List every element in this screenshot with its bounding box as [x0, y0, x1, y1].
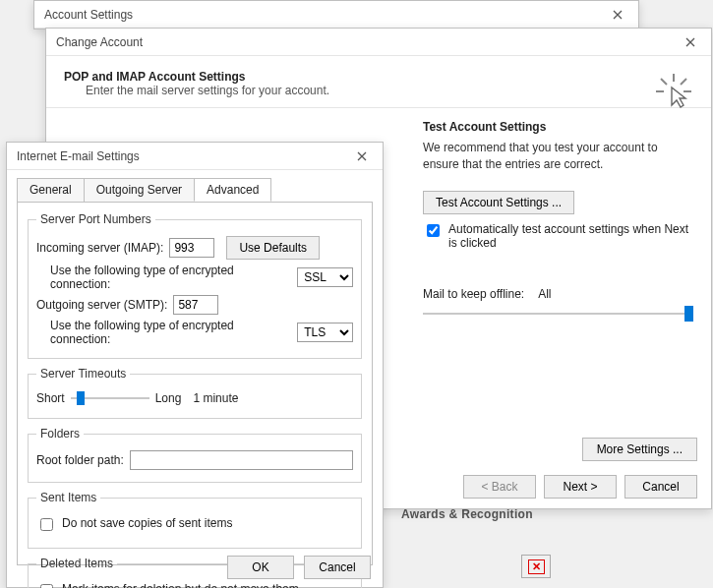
tabs: General Outgoing Server Advanced: [17, 178, 373, 202]
account-settings-dialog: Account Settings: [33, 0, 639, 29]
back-button[interactable]: < Back: [463, 475, 536, 499]
close-icon[interactable]: [676, 32, 705, 52]
incoming-enc-label: Use the following type of encrypted conn…: [50, 264, 291, 291]
test-account-button[interactable]: Test Account Settings ...: [423, 191, 574, 214]
close-icon[interactable]: [347, 147, 377, 166]
next-button[interactable]: Next >: [544, 475, 617, 499]
cursor-graphic-icon: [654, 72, 693, 111]
change-account-title: Change Account: [56, 35, 143, 49]
mark-delete-row[interactable]: Mark items for deletion but do not move …: [36, 582, 353, 588]
cancel-button[interactable]: Cancel: [624, 475, 697, 499]
test-settings-heading: Test Account Settings: [423, 120, 693, 134]
outgoing-enc-select[interactable]: TLS: [297, 323, 353, 342]
root-folder-input[interactable]: [130, 450, 353, 470]
pop-imap-subtext: Enter the mail server settings for your …: [86, 84, 693, 97]
sent-nosave-label: Do not save copies of sent items: [62, 516, 232, 530]
timeout-slider[interactable]: [71, 390, 149, 406]
outgoing-label: Outgoing server (SMTP):: [36, 298, 167, 312]
mail-keep-label: Mail to keep offline:: [423, 287, 524, 301]
incoming-port-input[interactable]: [169, 238, 214, 258]
mail-keep-value: All: [538, 287, 551, 301]
mark-delete-checkbox[interactable]: [40, 584, 53, 588]
broken-image-icon: ✕: [521, 555, 551, 578]
svg-line-3: [661, 79, 667, 85]
tab-general[interactable]: General: [17, 178, 85, 202]
auto-test-checkbox-row[interactable]: Automatically test account settings when…: [423, 222, 693, 250]
use-defaults-button[interactable]: Use Defaults: [226, 236, 320, 260]
pop-imap-heading: POP and IMAP Account Settings: [64, 70, 693, 84]
outgoing-port-input[interactable]: [173, 295, 218, 315]
outgoing-enc-label: Use the following type of encrypted conn…: [50, 319, 291, 346]
group-sent-items: Sent Items Do not save copies of sent it…: [28, 491, 362, 549]
group-timeouts-legend: Server Timeouts: [36, 367, 130, 381]
test-settings-text: We recommend that you test your account …: [423, 140, 693, 173]
timeout-short-label: Short: [36, 391, 65, 405]
ok-button[interactable]: OK: [227, 556, 294, 579]
group-server-timeouts: Server Timeouts Short Long 1 minute: [28, 367, 362, 419]
close-icon[interactable]: [603, 5, 632, 25]
group-server-port-numbers: Server Port Numbers Incoming server (IMA…: [28, 212, 362, 359]
mark-delete-label: Mark items for deletion but do not move …: [62, 582, 353, 588]
more-settings-button[interactable]: More Settings ...: [582, 438, 697, 461]
auto-test-checkbox[interactable]: [427, 224, 440, 237]
internet-email-settings-dialog: Internet E-mail Settings General Outgoin…: [6, 142, 384, 588]
inet-title: Internet E-mail Settings: [17, 149, 140, 163]
group-folders-legend: Folders: [36, 427, 84, 441]
tab-panel-advanced: Server Port Numbers Incoming server (IMA…: [17, 202, 373, 565]
sent-nosave-row[interactable]: Do not save copies of sent items: [36, 516, 353, 534]
svg-line-4: [681, 79, 686, 85]
group-sent-legend: Sent Items: [36, 491, 100, 504]
cancel-button[interactable]: Cancel: [304, 556, 371, 579]
timeout-long-label: Long: [155, 391, 182, 405]
incoming-enc-select[interactable]: SSL: [297, 267, 353, 287]
tab-outgoing-server[interactable]: Outgoing Server: [84, 178, 195, 202]
group-folders: Folders Root folder path:: [28, 427, 362, 483]
timeout-value: 1 minute: [193, 391, 238, 405]
root-folder-label: Root folder path:: [36, 453, 124, 467]
mail-keep-slider[interactable]: [423, 305, 693, 323]
group-deleted-legend: Deleted Items: [36, 557, 117, 570]
auto-test-label: Automatically test account settings when…: [448, 222, 693, 250]
sent-nosave-checkbox[interactable]: [40, 518, 53, 531]
account-settings-title: Account Settings: [44, 8, 133, 22]
incoming-label: Incoming server (IMAP):: [36, 241, 163, 255]
group-ports-legend: Server Port Numbers: [36, 212, 155, 226]
tab-advanced[interactable]: Advanced: [194, 178, 271, 202]
